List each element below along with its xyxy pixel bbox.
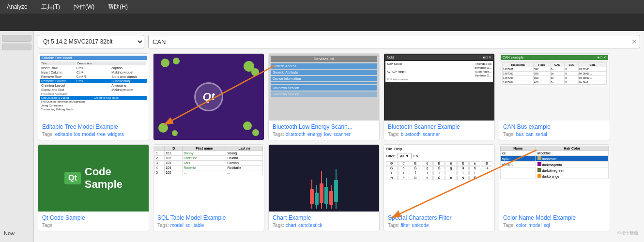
card-thumbnail-chart <box>269 145 379 212</box>
card-thumbnail-tree: Editable Tree Model Title Description In… <box>38 54 149 121</box>
card-tags-filter: Tags: filterunicode <box>388 223 491 228</box>
card-tags-hair: Tags: colormodelsql <box>503 223 606 228</box>
data-table: IDFirst nameLast na 1101DannyYoung 2102C… <box>154 146 263 175</box>
qt-sample-logo: Qt <box>64 172 81 184</box>
qt-logo: Qt <box>194 82 223 111</box>
example-card-qt[interactable]: Qt Code Sample Qt Code Sample Tags: <box>38 144 149 231</box>
hair-table: NameHair Color cealiceblue eptundarkkhak… <box>500 146 609 179</box>
card-info-bt: Bluetooth Low Energy Scann... Tags: blue… <box>269 121 379 140</box>
card-title-tree: Editable Tree Model Example <box>42 123 145 130</box>
example-card-2d[interactable]: Qt 2D Painting Example Tags: iosopenglpa… <box>153 53 264 140</box>
main-content: Now Qt 5.14.2 MSVC2017 32bitQt 5.15.0 MS… <box>0 31 644 242</box>
card-title-qt: Qt Code Sample <box>42 214 145 221</box>
card-title-hair: Color Name Model Example <box>503 214 606 221</box>
card-title-filter: Special Characters Filter <box>388 214 491 221</box>
card-thumbnail-bt: Services list Generic Access Generic Att… <box>269 54 379 121</box>
menu-bar: Analyze 工具(T) 控件(W) 帮助(H) <box>0 0 644 14</box>
example-card-bt[interactable]: Services list Generic Access Generic Att… <box>268 53 380 140</box>
card-thumbnail-2d: Qt <box>153 54 264 140</box>
card-thumbnail-qt: Qt Code Sample <box>38 145 149 212</box>
card-title-bts: Bluetooth Scanner Example <box>388 123 491 130</box>
card-tags-tree: Tags: editableiosmodeltreewidgets <box>42 132 145 137</box>
example-card-hair[interactable]: NameHair Color cealiceblue eptundarkkhak… <box>499 144 610 231</box>
example-card-filter[interactable]: File Help Filter: All ▼ Fo... Đ đ Ē <box>383 144 495 231</box>
examples-wrapper: Editable Tree Model Title Description In… <box>38 53 640 238</box>
card-tags-table: Tags: modelsqltable <box>157 223 260 228</box>
menu-analyze[interactable]: Analyze <box>4 2 31 11</box>
now-label: Now <box>2 228 31 238</box>
example-card-table[interactable]: IDFirst nameLast na 1101DannyYoung 2102C… <box>153 144 264 231</box>
card-info-tree: Editable Tree Model Example Tags: editab… <box>38 121 149 140</box>
card-title-chart: Chart Example <box>273 214 375 221</box>
card-info-2d: 2D Painting Example Tags: iosopenglpaint… <box>153 140 264 140</box>
card-info-hair: Color Name Model Example Tags: colormode… <box>499 212 610 231</box>
toolbar <box>0 14 644 31</box>
card-tags-can: Tags: buscanserial <box>503 132 606 137</box>
card-title-can: CAN Bus example <box>503 123 606 130</box>
example-card-can[interactable]: CAN example■ □ ✕ TimestampFlagsCANDLCDat… <box>499 53 610 140</box>
menu-tools[interactable]: 工具(T) <box>38 2 63 12</box>
example-card-chart[interactable]: Chart Example Tags: chartcandlestick <box>268 144 380 231</box>
left-sidebar: Now <box>0 31 34 242</box>
card-tags-qt: Tags: <box>42 223 145 228</box>
card-title-table: SQL Table Model Example <box>157 214 260 221</box>
content-area: Qt 5.14.2 MSVC2017 32bitQt 5.15.0 MSVC20… <box>34 31 644 242</box>
search-bar: Qt 5.14.2 MSVC2017 32bitQt 5.15.0 MSVC20… <box>38 35 640 48</box>
card-tags-bts: Tags: bluetoothscanner <box>388 132 491 137</box>
card-tags-chart: Tags: chartcandlestick <box>273 223 375 228</box>
card-info-can: CAN Bus example Tags: buscanserial <box>499 121 610 140</box>
sidebar-btn-2[interactable] <box>2 44 31 50</box>
example-card-bts[interactable]: Noki■ □ ✕ SDP ServerProvides loc Symbian… <box>383 53 495 140</box>
watermark: ©吃个糖糖 <box>617 230 638 236</box>
kit-selector[interactable]: Qt 5.14.2 MSVC2017 32bitQt 5.15.0 MSVC20… <box>38 35 144 48</box>
menu-controls[interactable]: 控件(W) <box>71 2 97 12</box>
card-info-filter: Special Characters Filter Tags: filterun… <box>384 212 494 231</box>
card-title-bt: Bluetooth Low Energy Scann... <box>273 123 375 130</box>
card-thumbnail-hair: NameHair Color cealiceblue eptundarkkhak… <box>499 145 610 212</box>
card-thumbnail-table: IDFirst nameLast na 1101DannyYoung 2102C… <box>153 145 264 212</box>
menu-help[interactable]: 帮助(H) <box>105 2 131 12</box>
sidebar-btn-1[interactable] <box>2 35 31 42</box>
card-thumbnail-bts: Noki■ □ ✕ SDP ServerProvides loc Symbian… <box>384 54 494 121</box>
card-info-qt: Qt Code Sample Tags: <box>38 212 149 231</box>
card-thumbnail-filter: File Help Filter: All ▼ Fo... Đ đ Ē <box>384 145 494 212</box>
search-clear-button[interactable]: ✕ <box>631 38 637 45</box>
card-info-bts: Bluetooth Scanner Example Tags: bluetoot… <box>384 121 494 140</box>
card-thumbnail-can: CAN example■ □ ✕ TimestampFlagsCANDLCDat… <box>499 54 610 121</box>
card-tags-bt: Tags: bluetoothenergylowscanner <box>273 132 375 137</box>
examples-grid: Editable Tree Model Title Description In… <box>38 53 640 231</box>
search-wrapper: ✕ <box>148 35 640 48</box>
card-info-table: SQL Table Model Example Tags: modelsqlta… <box>153 212 264 231</box>
example-card-tree[interactable]: Editable Tree Model Title Description In… <box>38 53 149 140</box>
card-info-chart: Chart Example Tags: chartcandlestick <box>269 212 379 231</box>
search-input[interactable] <box>148 35 640 48</box>
